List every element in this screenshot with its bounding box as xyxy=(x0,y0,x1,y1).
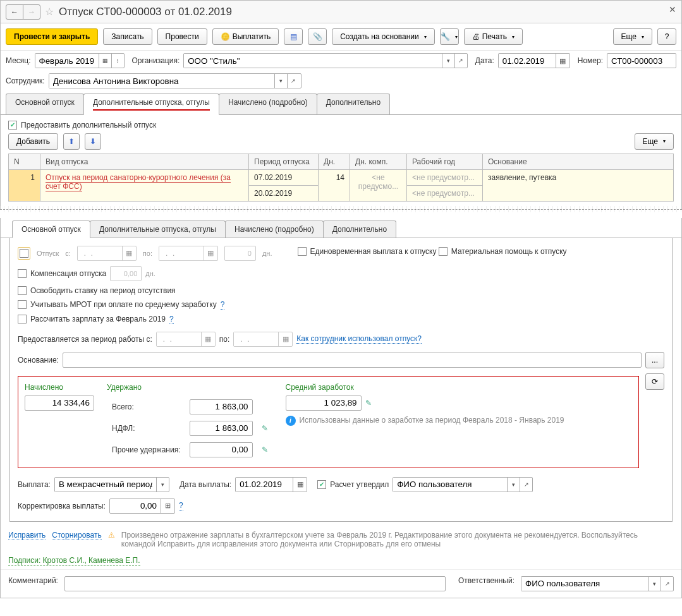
edit-ndfl-icon[interactable]: ✎ xyxy=(262,424,268,433)
execute-close-button[interactable]: Провести и закрыть xyxy=(6,28,98,45)
other-withholdings-input[interactable] xyxy=(190,442,253,457)
correction-input[interactable]: ⊞ xyxy=(109,498,175,514)
comment-label: Комментарий: xyxy=(8,576,58,585)
free-rate-checkbox[interactable]: Освободить ставку на период отсутствия xyxy=(18,286,176,295)
employee-select[interactable]: ▾ ↗ xyxy=(49,73,301,88)
compensation-days-input[interactable] xyxy=(110,266,142,281)
calendar-icon[interactable]: ▦ xyxy=(201,332,215,346)
org-select[interactable]: ▾ ↗ xyxy=(183,53,468,68)
print-button[interactable]: 🖨 Печать xyxy=(464,28,523,45)
calendar-icon[interactable]: ▦ xyxy=(122,246,136,260)
tab-accrued-detail-1[interactable]: Начислено (подробно) xyxy=(219,94,317,114)
how-used-link[interactable]: Как сотрудник использовал отпуск? xyxy=(296,334,422,344)
mrot-checkbox[interactable]: Учитывать МРОТ при оплате по среднему за… xyxy=(18,300,217,309)
edit-other-icon[interactable]: ✎ xyxy=(262,445,268,454)
col-days[interactable]: Дн. xyxy=(319,154,350,169)
approver-select[interactable]: ▾ ↗ xyxy=(393,477,533,492)
vacation-from-input[interactable]: ▦ xyxy=(77,246,137,261)
average-earnings-input[interactable] xyxy=(286,396,362,411)
payout-mode-select[interactable]: ▾ xyxy=(54,477,169,492)
material-aid-checkbox[interactable]: Материальная помощь к отпуску xyxy=(439,247,567,256)
extra-actions-button[interactable]: 🔧 xyxy=(440,28,459,45)
calendar-icon[interactable]: ▦ xyxy=(204,246,217,260)
open-icon[interactable]: ↗ xyxy=(661,577,673,591)
tab-main-vacation-1[interactable]: Основной отпуск xyxy=(6,94,84,114)
nav-back-button[interactable]: ← xyxy=(6,4,23,20)
close-icon[interactable]: ✕ xyxy=(669,4,676,15)
help-button[interactable]: ? xyxy=(657,28,676,45)
dropdown-icon[interactable]: ▾ xyxy=(648,577,661,591)
signatures-link[interactable]: Подписи: Кротов С.И., Каменева Е.П. xyxy=(8,556,140,565)
table-row[interactable]: 1 Отпуск на период санаторно-курортного … xyxy=(9,169,674,185)
basis-input[interactable] xyxy=(63,353,642,368)
dropdown-icon[interactable]: ▾ xyxy=(156,478,169,492)
open-icon[interactable]: ↗ xyxy=(454,54,467,68)
ndfl-input[interactable] xyxy=(190,421,253,436)
tab-additional-vacations[interactable]: Дополнительные отпуска, отгулы xyxy=(83,94,219,115)
move-down-button[interactable]: ⬇ xyxy=(85,133,101,150)
calc-salary-checkbox[interactable]: Рассчитать зарплату за Февраль 2019 xyxy=(18,315,166,323)
approved-checkbox[interactable]: ✔ Расчет утвердил xyxy=(317,480,389,489)
calendar-icon[interactable]: ▦ xyxy=(556,54,569,68)
mrot-help-link[interactable]: ? xyxy=(221,300,225,310)
edit-avg-icon[interactable]: ✎ xyxy=(365,399,372,408)
col-period[interactable]: Период отпуска xyxy=(249,154,319,169)
cell-vacation-type[interactable]: Отпуск на период санаторно-курортного ле… xyxy=(40,169,249,201)
tab-additional-2[interactable]: Дополнительно xyxy=(323,220,396,238)
col-vacation-type[interactable]: Вид отпуска xyxy=(40,154,249,169)
col-number[interactable]: N xyxy=(9,154,40,169)
favorite-star-icon[interactable]: ☆ xyxy=(45,6,54,18)
create-based-button[interactable]: Создать на основании xyxy=(332,28,435,45)
basis-more-button[interactable]: ... xyxy=(645,352,664,368)
dropdown-icon[interactable]: ▾ xyxy=(274,74,287,88)
open-icon[interactable]: ↗ xyxy=(287,74,300,88)
work-period-to[interactable]: ▦ xyxy=(233,332,293,347)
add-row-button[interactable]: Добавить xyxy=(8,133,58,150)
vacation-checkbox[interactable] xyxy=(18,247,30,260)
payout-button[interactable]: 🪙 Выплатить xyxy=(212,28,279,45)
month-select[interactable]: ▦ ↕ xyxy=(35,53,125,68)
dropdown-icon[interactable]: ▾ xyxy=(507,478,520,492)
calendar-icon[interactable]: ▦ xyxy=(293,478,307,492)
tab-main-vacation-2[interactable]: Основной отпуск xyxy=(12,220,90,238)
save-button[interactable]: Записать xyxy=(103,28,152,45)
list-button[interactable]: ▤ xyxy=(284,28,303,45)
tab-accrued-detail-2[interactable]: Начислено (подробно) xyxy=(225,220,324,238)
move-up-button[interactable]: ⬆ xyxy=(63,133,80,150)
vacation-to-input[interactable]: ▦ xyxy=(159,246,218,261)
tab-additional-vacations-2[interactable]: Дополнительные отпуска, отгулы xyxy=(90,220,226,238)
open-icon[interactable]: ↗ xyxy=(520,478,532,492)
payout-date-input[interactable]: ▦ xyxy=(235,477,307,492)
withheld-total-input[interactable] xyxy=(190,399,253,414)
table-more-button[interactable]: Еще xyxy=(635,133,674,150)
calendar-icon[interactable]: ▦ xyxy=(278,332,292,346)
date-input[interactable]: ▦ xyxy=(498,53,570,68)
dropdown-icon[interactable]: ▾ xyxy=(442,54,454,68)
correction-help-link[interactable]: ? xyxy=(179,501,183,510)
spin-icon[interactable]: ↕ xyxy=(111,54,124,68)
nav-forward-button[interactable]: → xyxy=(23,4,40,20)
calc-salary-help-link[interactable]: ? xyxy=(169,315,174,324)
lump-payment-checkbox[interactable]: Единовременная выплата к отпуску xyxy=(298,247,437,256)
calendar-icon[interactable]: ▦ xyxy=(99,54,111,68)
execute-button[interactable]: Провести xyxy=(157,28,207,45)
accrued-input[interactable] xyxy=(25,396,94,411)
more-button[interactable]: Еще xyxy=(613,28,652,45)
number-input[interactable] xyxy=(607,53,676,68)
provide-addl-vacation-checkbox[interactable]: ✔ Предоставить дополнительный отпуск xyxy=(8,121,156,130)
col-work-year[interactable]: Рабочий год xyxy=(407,154,483,169)
calculator-icon[interactable]: ⊞ xyxy=(161,499,174,513)
col-basis[interactable]: Основание xyxy=(483,154,674,169)
work-period-from[interactable]: ▦ xyxy=(156,332,216,347)
comment-input[interactable] xyxy=(64,576,446,591)
compensation-checkbox[interactable]: Компенсация отпуска xyxy=(18,269,106,278)
days-input[interactable] xyxy=(224,246,256,261)
correct-link[interactable]: Исправить xyxy=(8,531,46,540)
recalculate-button[interactable]: ⟳ xyxy=(645,373,664,390)
responsible-select[interactable]: ▾ ↗ xyxy=(521,576,674,591)
storno-link[interactable]: Сторнировать xyxy=(52,531,101,540)
responsible-label: Ответственный: xyxy=(458,576,515,585)
attachment-button[interactable]: 📎 xyxy=(308,28,327,45)
col-comp-days[interactable]: Дн. комп. xyxy=(350,154,407,169)
tab-additional-1[interactable]: Дополнительно xyxy=(317,94,390,114)
